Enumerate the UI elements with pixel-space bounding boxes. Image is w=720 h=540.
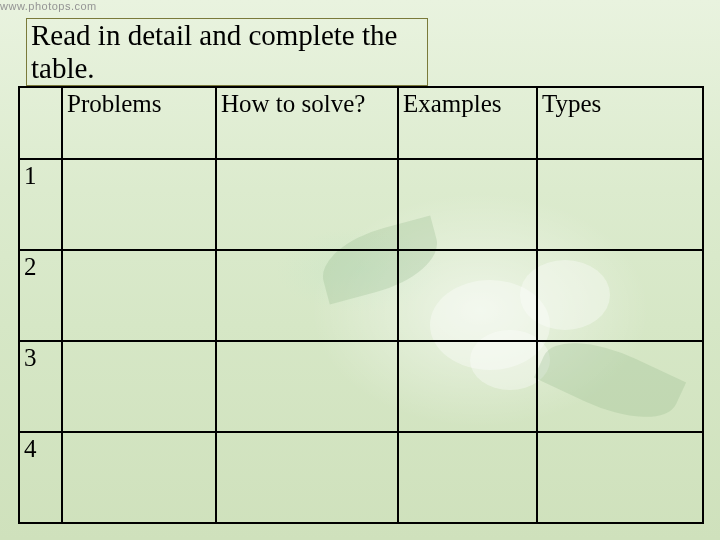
table-row: 4 bbox=[19, 432, 703, 523]
cell-examples bbox=[398, 432, 537, 523]
table-header-row: Problems How to solve? Examples Types bbox=[19, 87, 703, 159]
slide: www.photops.com Read in detail and compl… bbox=[0, 0, 720, 540]
cell-examples bbox=[398, 250, 537, 341]
cell-problems bbox=[62, 432, 216, 523]
cell-how bbox=[216, 159, 398, 250]
cell-how bbox=[216, 250, 398, 341]
table-row: 3 bbox=[19, 341, 703, 432]
cell-problems bbox=[62, 250, 216, 341]
row-num: 4 bbox=[19, 432, 62, 523]
worksheet-table: Problems How to solve? Examples Types 1 … bbox=[18, 86, 704, 524]
cell-types bbox=[537, 432, 703, 523]
header-types: Types bbox=[537, 87, 703, 159]
cell-types bbox=[537, 159, 703, 250]
row-num: 3 bbox=[19, 341, 62, 432]
table-row: 1 bbox=[19, 159, 703, 250]
header-how: How to solve? bbox=[216, 87, 398, 159]
cell-how bbox=[216, 432, 398, 523]
cell-examples bbox=[398, 159, 537, 250]
cell-types bbox=[537, 341, 703, 432]
header-num bbox=[19, 87, 62, 159]
row-num: 1 bbox=[19, 159, 62, 250]
cell-examples bbox=[398, 341, 537, 432]
title-box: Read in detail and complete the table. bbox=[26, 18, 428, 86]
slide-title: Read in detail and complete the table. bbox=[31, 19, 397, 84]
row-num: 2 bbox=[19, 250, 62, 341]
cell-how bbox=[216, 341, 398, 432]
header-problems: Problems bbox=[62, 87, 216, 159]
cell-types bbox=[537, 250, 703, 341]
watermark-text: www.photops.com bbox=[0, 0, 97, 12]
cell-problems bbox=[62, 159, 216, 250]
table-row: 2 bbox=[19, 250, 703, 341]
header-examples: Examples bbox=[398, 87, 537, 159]
cell-problems bbox=[62, 341, 216, 432]
